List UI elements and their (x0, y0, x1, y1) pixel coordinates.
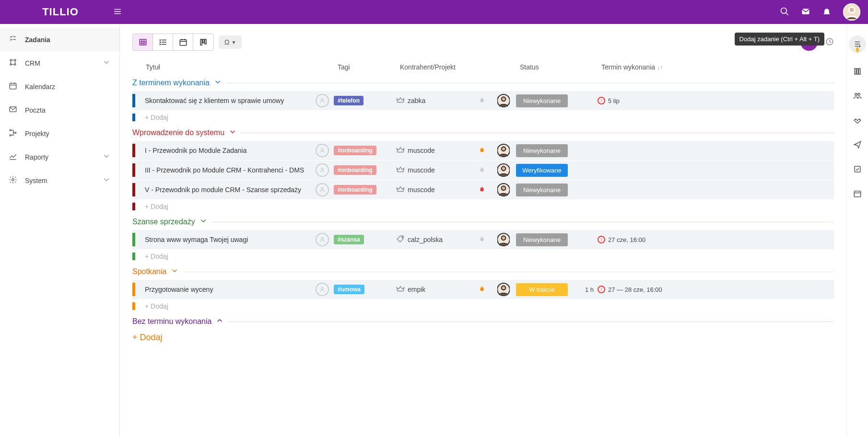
chevron-down-icon (102, 175, 111, 185)
sidebar-item-crm[interactable]: CRM (0, 51, 119, 75)
group-header[interactable]: Szanse sprzedaży (132, 214, 834, 230)
group-header[interactable]: Wprowadzenie do systemu (132, 125, 834, 141)
calendar-rail-icon[interactable] (853, 189, 862, 199)
group-header[interactable]: Spotkania (132, 264, 834, 280)
task-tag[interactable]: #umowa (334, 285, 364, 294)
sidebar-item-poczta[interactable]: Poczta (0, 98, 119, 122)
crown-icon (396, 285, 405, 295)
task-status[interactable]: Niewykonane (516, 94, 568, 107)
add-task-row[interactable]: + Dodaj (132, 299, 834, 313)
person-circle-icon[interactable] (316, 94, 329, 107)
task-status[interactable]: Niewykonane (516, 233, 568, 246)
svg-point-59 (321, 187, 324, 190)
task-tag[interactable]: #szansa (334, 235, 364, 244)
person-circle-icon[interactable] (316, 163, 329, 177)
task-title: Skontaktować się z klientem w sprawie um… (145, 97, 284, 104)
chevron-down-icon (213, 78, 222, 88)
menu-toggle-icon[interactable] (113, 7, 125, 17)
svg-point-36 (160, 40, 161, 41)
add-task-row[interactable]: + Dodaj (132, 200, 834, 214)
task-row[interactable]: Przygotowanie wyceny#umowaempikW trakcie… (132, 280, 834, 299)
task-title: V - Przewodnik po module CRM - Szanse sp… (145, 186, 301, 194)
assignee-avatar[interactable] (497, 163, 510, 177)
task-title: III - Przewodnik po Module CRM - Kontrah… (145, 166, 304, 174)
person-circle-icon[interactable] (316, 144, 329, 157)
people-icon[interactable] (853, 92, 862, 102)
task-row[interactable]: V - Przewodnik po module CRM - Szanse sp… (132, 180, 834, 200)
task-status[interactable]: Weryfikowane (516, 164, 568, 177)
add-task-collapsed[interactable]: + Dodaj (132, 330, 834, 345)
svg-point-27 (12, 179, 14, 181)
task-tag[interactable]: #telefon (334, 96, 364, 105)
handshake-icon[interactable] (853, 116, 862, 126)
user-avatar[interactable] (843, 3, 860, 21)
task-status[interactable]: Niewykonane (516, 144, 568, 157)
task-title: Strona www wymaga Twojej uwagi (145, 236, 248, 243)
col-header-due[interactable]: Termin wykonania ↓↑ (601, 63, 824, 71)
svg-point-12 (10, 64, 12, 65)
group-header[interactable]: Z terminem wykonania (132, 75, 834, 91)
assignee-avatar[interactable] (497, 94, 510, 107)
task-status[interactable]: W trakcie (516, 283, 568, 296)
assignee-avatar[interactable] (497, 183, 510, 196)
task-hours: 1 h (574, 286, 598, 293)
view-list-icon[interactable] (153, 34, 173, 50)
caret-down-icon: ▼ (231, 40, 236, 45)
svg-point-11 (14, 59, 16, 61)
add-task-label: + Dodaj (145, 253, 334, 260)
bell-icon[interactable] (822, 7, 832, 18)
add-task-label: + Dodaj (145, 114, 334, 121)
col-header-contractor[interactable]: Kontrahent/Projekt (400, 63, 481, 71)
task-tag[interactable]: #onboarding (334, 146, 376, 155)
view-kanban-icon[interactable] (193, 34, 213, 50)
contractor-name: zabka (408, 97, 425, 104)
person-circle-icon[interactable] (316, 183, 329, 196)
person-circle-icon[interactable] (316, 233, 329, 246)
task-row[interactable]: Strona www wymaga Twojej uwagi#szansacal… (132, 230, 834, 250)
toolbar: Ω ▼ Dodaj zadanie (Ctrl + Alt + T) + (132, 34, 834, 51)
filter-label: Ω (224, 38, 229, 46)
task-tag[interactable]: #onboarding (334, 165, 376, 175)
group-title: Szanse sprzedaży (132, 218, 195, 226)
add-task-rail-icon[interactable]: ✋ (849, 35, 866, 53)
assignee-avatar[interactable] (497, 283, 510, 296)
svg-point-78 (858, 93, 860, 96)
filter-omega-button[interactable]: Ω ▼ (219, 35, 242, 49)
add-task-row[interactable]: + Dodaj (132, 250, 834, 264)
group-title: Spotkania (132, 267, 166, 276)
search-icon[interactable] (780, 7, 789, 18)
fire-icon (478, 98, 486, 106)
task-row[interactable]: Skontaktować się z klientem w sprawie um… (132, 91, 834, 111)
svg-rect-80 (854, 191, 861, 197)
col-header-status[interactable]: Status (520, 63, 577, 71)
topbar: TILLIO (0, 0, 868, 24)
brand-logo: TILLIO (8, 6, 113, 18)
sidebar-item-system[interactable]: System (0, 169, 119, 192)
sidebar-label: Zadania (25, 36, 111, 44)
col-header-tags[interactable]: Tagi (338, 63, 400, 71)
sidebar-item-kalendarz[interactable]: Kalendarz (0, 75, 119, 98)
task-tag[interactable]: #onboarding (334, 185, 376, 195)
svg-point-65 (502, 236, 506, 240)
assignee-avatar[interactable] (497, 144, 510, 157)
person-circle-icon[interactable] (316, 283, 329, 296)
assignee-avatar[interactable] (497, 233, 510, 246)
task-row[interactable]: I - Przewodnik po Module Zadania#onboard… (132, 141, 834, 161)
view-calendar-icon[interactable] (173, 34, 193, 50)
send-icon[interactable] (853, 140, 862, 150)
view-table-icon[interactable] (133, 34, 153, 50)
sidebar-item-raporty[interactable]: Raporty (0, 145, 119, 169)
svg-point-66 (321, 287, 324, 289)
fire-icon (478, 168, 486, 175)
add-task-row[interactable]: + Dodaj (132, 111, 834, 125)
mail-icon[interactable] (801, 7, 810, 18)
sidebar-item-projekty[interactable]: Projekty (0, 122, 119, 145)
task-status[interactable]: Niewykonane (516, 184, 568, 196)
sidebar-item-zadania[interactable]: Zadania (0, 28, 119, 51)
group-header[interactable]: Bez terminu wykonania (132, 313, 834, 330)
library-icon[interactable] (853, 67, 862, 77)
check-square-icon[interactable] (853, 165, 862, 175)
task-row[interactable]: III - Przewodnik po Module CRM - Kontrah… (132, 161, 834, 180)
col-header-title[interactable]: Tytuł (146, 63, 338, 71)
history-icon[interactable] (825, 37, 834, 47)
